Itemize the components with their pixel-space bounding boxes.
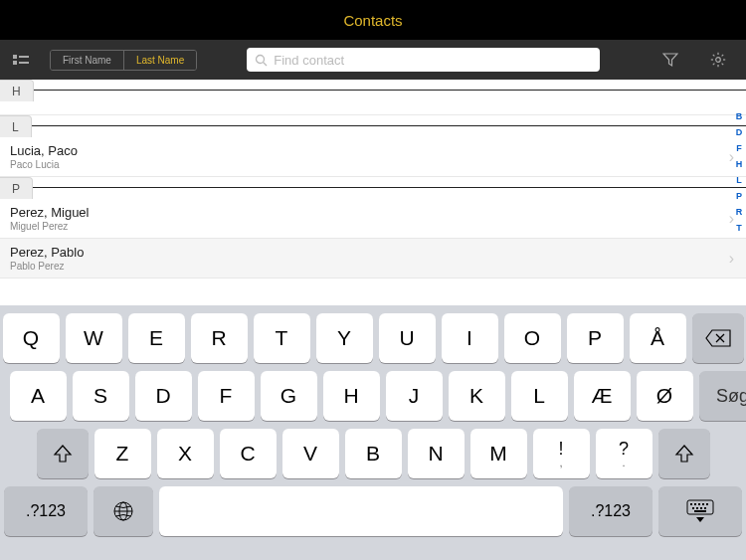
svg-point-4	[257, 55, 265, 63]
key-b[interactable]: B	[345, 429, 402, 478]
keyboard: Q W E R T Y U I O P Å A S D F G H J K L …	[0, 305, 746, 560]
key-shift-right[interactable]	[658, 429, 710, 478]
key-o[interactable]: O	[504, 313, 561, 363]
search-icon	[255, 54, 268, 67]
index-letter[interactable]: T	[734, 223, 744, 233]
title-bar: Contacts	[0, 0, 746, 40]
keyboard-row-2: A S D F G H J K L Æ Ø Søg	[4, 371, 742, 421]
filter-icon[interactable]	[658, 48, 682, 72]
key-j[interactable]: J	[386, 371, 443, 421]
key-g[interactable]: G	[261, 371, 317, 421]
key-n[interactable]: N	[408, 429, 465, 478]
svg-rect-24	[698, 503, 700, 505]
key-shift-left[interactable]	[37, 429, 89, 478]
svg-rect-22	[690, 503, 692, 505]
svg-point-7	[716, 58, 721, 63]
contact-row[interactable]: Perez, Pablo Pablo Perez ›	[0, 239, 746, 279]
svg-line-12	[713, 55, 715, 57]
search-field[interactable]	[247, 48, 600, 72]
index-letter[interactable]: P	[734, 191, 744, 201]
shift-icon	[53, 444, 73, 464]
key-globe[interactable]	[93, 486, 153, 536]
sort-last-name[interactable]: Last Name	[123, 51, 196, 70]
svg-rect-25	[702, 503, 704, 505]
index-letter[interactable]: D	[734, 127, 744, 137]
svg-rect-28	[696, 507, 698, 509]
contact-sub: Miguel Perez	[10, 221, 736, 232]
page-title: Contacts	[343, 12, 402, 29]
key-dismiss-keyboard[interactable]	[658, 486, 742, 536]
svg-rect-0	[13, 55, 17, 59]
section-letter: H	[0, 80, 34, 101]
sort-segment: First Name Last Name	[50, 50, 197, 71]
globe-icon	[112, 500, 134, 522]
key-question[interactable]: ? .	[596, 429, 653, 478]
layout-icon[interactable]	[10, 48, 34, 72]
key-e[interactable]: E	[128, 313, 185, 363]
toolbar: First Name Last Name	[0, 40, 746, 80]
sort-first-name[interactable]: First Name	[51, 51, 123, 70]
contact-row[interactable]: Perez, Miguel Miguel Perez ›	[0, 199, 746, 239]
key-backspace[interactable]	[692, 313, 744, 363]
section-header: P	[0, 177, 746, 199]
key-ae[interactable]: Æ	[574, 371, 631, 421]
key-m[interactable]: M	[470, 429, 527, 478]
key-k[interactable]: K	[449, 371, 505, 421]
keyboard-row-4: .?123 .?123	[4, 486, 742, 536]
key-x[interactable]: X	[157, 429, 214, 478]
contact-name: Perez, Pablo	[10, 245, 736, 260]
key-l[interactable]: L	[511, 371, 568, 421]
contact-sub: Pablo Perez	[10, 261, 736, 272]
contact-row[interactable]: Lucia, Paco Paco Lucia ›	[0, 137, 746, 177]
section-letter: L	[0, 115, 32, 137]
contact-name: Lucia, Paco	[10, 143, 736, 158]
key-r[interactable]: R	[191, 313, 248, 363]
key-v[interactable]: V	[282, 429, 339, 478]
index-letter[interactable]: H	[734, 159, 744, 169]
key-numbers-left[interactable]: .?123	[4, 486, 88, 536]
key-q[interactable]: Q	[3, 313, 60, 363]
svg-rect-2	[19, 56, 29, 58]
svg-rect-27	[692, 507, 694, 509]
key-space[interactable]	[159, 486, 563, 536]
key-h[interactable]: H	[323, 371, 380, 421]
svg-marker-6	[663, 54, 677, 66]
key-i[interactable]: I	[442, 313, 498, 363]
section-rule	[32, 125, 746, 126]
index-letter[interactable]: R	[734, 207, 744, 217]
index-letter[interactable]: F	[734, 143, 744, 153]
svg-rect-1	[13, 61, 17, 65]
key-t[interactable]: T	[254, 313, 310, 363]
gear-icon[interactable]	[706, 48, 730, 72]
alpha-index[interactable]: B D F H L P R T	[734, 111, 744, 233]
key-exclaim[interactable]: ! ,	[533, 429, 590, 478]
key-p[interactable]: P	[567, 313, 624, 363]
key-a[interactable]: A	[10, 371, 67, 421]
key-oe[interactable]: Ø	[637, 371, 693, 421]
keyboard-row-3: Z X C V B N M ! , ? .	[4, 429, 742, 478]
key-d[interactable]: D	[135, 371, 192, 421]
svg-rect-23	[694, 503, 696, 505]
key-aa[interactable]: Å	[630, 313, 686, 363]
backspace-icon	[705, 329, 731, 347]
key-c[interactable]: C	[220, 429, 277, 478]
svg-line-5	[264, 62, 268, 66]
contact-name: Perez, Miguel	[10, 205, 736, 220]
key-w[interactable]: W	[66, 313, 122, 363]
svg-line-14	[713, 64, 715, 66]
index-letter[interactable]: L	[734, 175, 744, 185]
key-numbers-right[interactable]: .?123	[569, 486, 653, 536]
section-rule	[33, 187, 746, 188]
svg-rect-3	[19, 62, 29, 64]
key-y[interactable]: Y	[316, 313, 373, 363]
shift-icon	[674, 444, 694, 464]
svg-rect-31	[694, 510, 706, 512]
key-z[interactable]: Z	[94, 429, 151, 478]
index-letter[interactable]: B	[734, 111, 744, 121]
key-search[interactable]: Søg	[699, 371, 747, 421]
key-s[interactable]: S	[73, 371, 129, 421]
key-f[interactable]: F	[198, 371, 255, 421]
svg-rect-30	[704, 507, 706, 509]
key-u[interactable]: U	[379, 313, 436, 363]
search-input[interactable]	[274, 53, 592, 68]
